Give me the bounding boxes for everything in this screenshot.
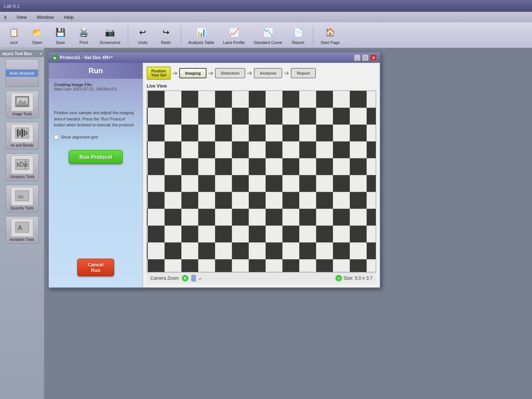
screenshot-icon: 📷 — [103, 25, 117, 40]
menu-help[interactable]: Help — [62, 14, 76, 21]
standard-curve-icon: 📉 — [261, 25, 275, 40]
save-label: Save — [56, 40, 65, 45]
arrow-4: ➔ — [284, 69, 289, 77]
redo-icon: ↪ — [159, 25, 173, 40]
size-y-value: 3.7 — [366, 276, 372, 281]
window-title-bar: ■ Protocol1 - Gel Doc XR+* _ □ ✕ — [49, 52, 380, 63]
workflow-bar: PositionYour Gel ➔ Imaging ➔ Detection ➔… — [147, 66, 376, 80]
live-view-label: Live View — [147, 83, 376, 89]
separator-2 — [181, 26, 181, 44]
sidebar-item-analysis-tools[interactable]: kDa / Analysis Tools — [6, 153, 39, 181]
size-info: – Size: 5.0 x 3.7 — [335, 275, 372, 282]
alignment-grid-row: Show alignment grid — [49, 132, 143, 143]
size-x-value: 5.0 — [355, 276, 361, 281]
toolbar-undo[interactable]: ↩ Undo — [133, 24, 153, 46]
run-instructions: Position your sample and adjust the imag… — [49, 106, 143, 132]
creating-value: New User 2023-07-31_09h35m37s — [54, 87, 137, 91]
sidebar-collapse-icon[interactable]: « — [40, 51, 42, 56]
run-info: Creating Image File: New User 2023-07-31… — [49, 79, 143, 95]
toolbar-redo[interactable]: ↪ Redo — [156, 24, 176, 46]
analysis-table-icon: 📊 — [194, 25, 208, 40]
toolbar-lane-profile[interactable]: 📈 Lane Profile — [220, 24, 248, 46]
open-label: Open — [32, 40, 42, 45]
menu-view[interactable]: View — [14, 14, 29, 21]
run-header: Run — [49, 63, 143, 79]
window-icon: ■ — [52, 55, 58, 61]
annotation-tools-label: nnotation Tools — [10, 238, 34, 242]
toolbar-save[interactable]: 💾 Save — [50, 24, 71, 46]
sidebar-header: alysis Tool Box « — [0, 50, 44, 57]
toolbar-analysis-table[interactable]: 📊 Analysis Table — [185, 24, 217, 46]
zoom-in-button[interactable]: + — [182, 275, 188, 282]
live-view-area — [147, 91, 376, 272]
zoom-out-button[interactable]: – — [335, 275, 342, 282]
size-label: Size: — [344, 276, 354, 281]
svg-rect-6 — [21, 129, 23, 137]
svg-text:Qty: Qty — [18, 195, 24, 199]
auto-analysis-button[interactable]: Auto-Analysis — [6, 69, 38, 77]
lane-profile-label: Lane Profile — [223, 40, 245, 45]
toolbar-print[interactable]: 🖨️ Print — [74, 24, 94, 46]
ocol-icon: 📋 — [7, 25, 21, 40]
cancel-run-button[interactable]: Cancel Run — [77, 259, 114, 276]
sidebar-title: alysis Tool Box — [2, 51, 32, 56]
title-bar-label: Lab 6.1 — [4, 3, 20, 9]
svg-text:A: A — [18, 224, 22, 232]
zoom-slider[interactable] — [191, 275, 196, 282]
step-analysis[interactable]: Analysis — [254, 68, 282, 78]
standard-curve-label: Standard Curve — [254, 40, 282, 45]
sidebar-item-image-tools[interactable]: Image Tools — [6, 91, 39, 118]
window-content: Run Creating Image File: New User 2023-0… — [49, 63, 380, 287]
toolbar-open[interactable]: 📂 Open — [27, 24, 47, 46]
cancel-line2: Run — [91, 267, 100, 273]
title-bar: Lab 6.1 — [0, 0, 532, 12]
toolbar-report[interactable]: 📄 Report — [288, 24, 308, 46]
menu-it[interactable]: it — [2, 14, 9, 21]
svg-text:kDa: kDa — [17, 161, 27, 168]
separator-1 — [128, 26, 128, 44]
svg-rect-7 — [24, 130, 25, 136]
window-title: Protocol1 - Gel Doc XR+* — [60, 55, 113, 60]
toolbar-ocol[interactable]: 📋 ocol — [4, 24, 24, 46]
lane-profile-icon: 📈 — [227, 25, 241, 40]
main-layout: alysis Tool Box « Auto-Analysis Image To… — [0, 48, 532, 399]
step-position[interactable]: PositionYour Gel — [147, 66, 171, 80]
annotation-tools-icon: A — [11, 218, 33, 237]
sidebar-item-lane-bands[interactable]: ne and Bands — [6, 122, 39, 150]
toolbar-standard-curve[interactable]: 📉 Standard Curve — [251, 24, 285, 46]
sidebar: alysis Tool Box « Auto-Analysis Image To… — [0, 48, 44, 399]
toolbar-screenshot[interactable]: 📷 Screenshot — [97, 24, 123, 46]
lane-bands-label: ne and Bands — [11, 143, 34, 147]
analysis-table-label: Analysis Table — [188, 40, 214, 45]
step-report[interactable]: Report — [291, 68, 316, 78]
print-label: Print — [79, 40, 88, 45]
creating-label: Creating Image File: — [54, 82, 137, 87]
analysis-tools-label: / Analysis Tools — [9, 175, 34, 179]
run-protocol-button[interactable]: Run Protocol — [69, 150, 123, 164]
window-restore-button[interactable]: □ — [362, 54, 369, 61]
window-minimize-button[interactable]: _ — [354, 54, 361, 61]
arrow-2: ➔ — [208, 69, 214, 77]
menu-window[interactable]: Window — [34, 14, 56, 21]
save-icon: 💾 — [54, 25, 68, 40]
window-close-button[interactable]: ✕ — [370, 54, 377, 61]
sidebar-item-quantity-tools[interactable]: Qty Quantity Tools — [6, 185, 39, 212]
window-controls: _ □ ✕ — [354, 54, 377, 61]
toolbar: 📋 ocol 📂 Open 💾 Save 🖨️ Print 📷 Screensh… — [0, 22, 532, 48]
step-imaging[interactable]: Imaging — [179, 68, 207, 78]
checkerboard-svg — [147, 91, 376, 272]
toolbar-start-page[interactable]: 🏠 Start Page — [318, 24, 343, 46]
sidebar-item-auto-analysis[interactable]: Auto-Analysis — [6, 59, 39, 87]
x-separator: x — [362, 276, 365, 281]
alignment-grid-checkbox[interactable] — [54, 135, 59, 140]
main-window: ■ Protocol1 - Gel Doc XR+* _ □ ✕ Run Cre… — [48, 52, 381, 288]
start-page-label: Start Page — [321, 40, 340, 45]
camera-zoom-bar: Camera Zoom + ↙ – Size: 5.0 x 3.7 — [147, 272, 376, 284]
cursor-position: ↙ — [199, 276, 202, 281]
sidebar-item-annotation-tools[interactable]: A nnotation Tools — [6, 216, 39, 244]
analysis-tools-icon: kDa — [11, 156, 33, 174]
redo-label: Redo — [161, 40, 171, 45]
quantity-tools-icon: Qty — [11, 187, 33, 205]
arrow-1: ➔ — [172, 69, 178, 77]
step-detection[interactable]: Detection — [215, 68, 245, 78]
